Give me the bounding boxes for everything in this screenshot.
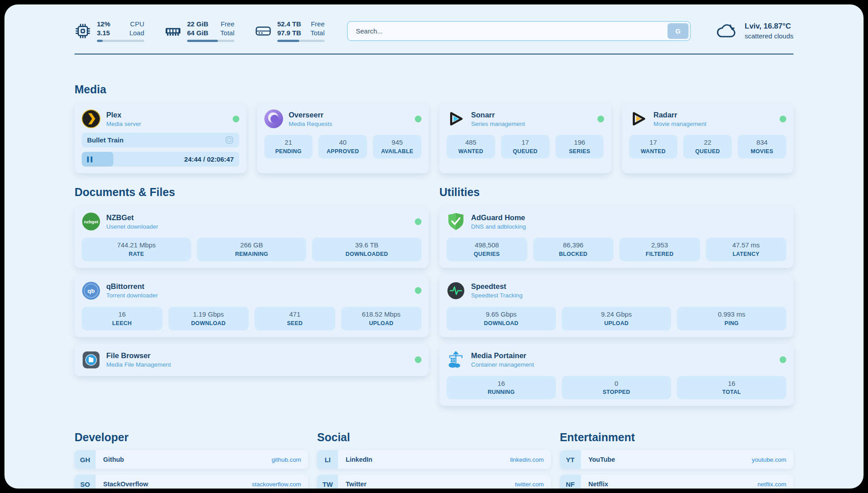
app-subtitle: Media server: [106, 121, 141, 127]
bookmark-name: Github: [103, 456, 124, 463]
bookmark-abbr: TW: [317, 475, 338, 489]
disk-widget: 52.4 TB 97.9 TB Free Total: [255, 20, 325, 42]
ram-icon: [165, 23, 181, 39]
stat-downloaded: 39.6 TB DOWNLOADED: [312, 238, 421, 261]
adguard-card[interactable]: AdGuard Home DNS and adblocking 498,508 …: [439, 206, 793, 268]
search-engine-button[interactable]: G: [668, 23, 689, 39]
status-dot: [415, 287, 421, 294]
developer-section-title: Developer: [75, 431, 308, 444]
portainer-card[interactable]: Media Portainer Container management 16 …: [439, 344, 793, 406]
status-dot: [415, 356, 421, 363]
disk-total-label: Total: [310, 29, 325, 38]
stat-upload: 618.52 Mbps UPLOAD: [341, 307, 422, 330]
documents-section-title: Documents & Files: [75, 186, 429, 199]
stat-queued: 17 QUEUED: [501, 135, 550, 159]
stat-wanted: 485 WANTED: [447, 135, 495, 159]
bookmark-name: LinkedIn: [346, 456, 372, 463]
weather-location-temp: Lviv, 16.87°C: [745, 22, 793, 31]
status-dot: [415, 116, 421, 122]
app-title: Overseerr: [289, 111, 333, 119]
social-section-title: Social: [317, 431, 551, 444]
bookmark-name: Netflix: [588, 480, 608, 488]
nzbget-icon: nzbget: [82, 212, 100, 231]
utilities-section: Utilities AdGuard Home DNS and adblockin…: [439, 186, 793, 406]
bookmark-twitter[interactable]: TW Twitter twitter.com: [317, 475, 551, 489]
overseerr-icon: [264, 109, 283, 128]
svg-text:qb: qb: [88, 288, 95, 294]
disk-icon: [255, 23, 271, 39]
sonarr-icon: [447, 109, 465, 128]
bookmark-url: youtube.com: [752, 456, 786, 463]
svg-text:nzbget: nzbget: [84, 219, 99, 224]
cpu-progress-bar: [97, 40, 144, 42]
entertainment-section-title: Entertainment: [560, 431, 793, 444]
disk-progress-bar: [277, 40, 325, 42]
stat-leech: 16 LEECH: [82, 307, 163, 330]
bookmark-url: linkedin.com: [510, 456, 544, 463]
media-section: Media Plex Media server: [75, 83, 793, 173]
speedtest-card[interactable]: Speedtest Speedtest Tracking 9.65 Gbps D…: [439, 275, 793, 337]
developer-section: Developer GH Github github.com SO StackO…: [75, 431, 308, 489]
bookmark-stackoverflow[interactable]: SO StackOverflow stackoverflow.com: [75, 475, 308, 489]
stat-pending: 21 PENDING: [264, 135, 313, 159]
stat-movies: 834 MOVIES: [738, 135, 786, 159]
stat-available: 945 AVAILABLE: [373, 135, 421, 159]
plex-card[interactable]: Plex Media server Bullet Train: [75, 103, 246, 173]
now-playing-title: Bullet Train: [87, 136, 124, 144]
app-subtitle: Container management: [471, 361, 534, 368]
session-camera-icon: [225, 135, 234, 145]
stat-filtered: 2,953 FILTERED: [619, 238, 700, 261]
app-title: NZBGet: [106, 213, 158, 222]
bookmark-abbr: YT: [560, 450, 581, 469]
cpu-load-label: Load: [129, 29, 144, 38]
app-subtitle: Usenet downloader: [106, 223, 158, 230]
bookmark-netflix[interactable]: NF Netflix netflix.com: [560, 475, 793, 489]
stat-ping: 0.993 ms PING: [677, 307, 786, 330]
stat-upload: 9.24 Gbps UPLOAD: [562, 307, 671, 330]
bookmark-linkedin[interactable]: LI LinkedIn linkedin.com: [317, 450, 551, 469]
cpu-widget: 12% 3.15 CPU Load: [75, 20, 144, 42]
bookmark-name: YouTube: [588, 456, 615, 463]
stat-wanted: 17 WANTED: [629, 135, 678, 159]
app-title: qBittorrent: [106, 282, 158, 291]
topbar-divider: [75, 54, 793, 54]
stat-approved: 40 APPROVED: [318, 135, 367, 159]
stat-download: 9.65 Gbps DOWNLOAD: [447, 307, 556, 330]
app-subtitle: DNS and adblocking: [471, 223, 526, 230]
bookmark-name: StackOverflow: [103, 480, 148, 488]
status-dot: [415, 218, 421, 225]
bookmark-url: twitter.com: [515, 481, 544, 488]
status-dot: [233, 116, 239, 122]
bookmark-abbr: SO: [75, 475, 96, 489]
cpu-load-value: 3.15: [97, 29, 110, 38]
plex-icon: [82, 109, 100, 128]
app-subtitle: Series management: [471, 121, 525, 127]
stat-rate: 744.21 Mbps RATE: [82, 238, 191, 261]
bookmark-name: Twitter: [346, 480, 366, 488]
stat-stopped: 0 STOPPED: [562, 376, 671, 400]
playback-progress-row: 24:44 / 02:06:47: [82, 152, 239, 167]
dashboard-page: 12% 3.15 CPU Load: [4, 4, 864, 489]
bookmark-abbr: GH: [75, 450, 96, 469]
disk-free-label: Free: [310, 20, 325, 29]
radarr-card[interactable]: Radarr Movie management 17 WANTED 22 QUE…: [622, 103, 794, 173]
overseerr-card[interactable]: Overseerr Media Requests 21 PENDING 40 A…: [257, 103, 429, 173]
weather-condition: scattered clouds: [745, 32, 793, 40]
qbittorrent-card[interactable]: qb qBittorrent Torrent downloader 16 LEE…: [75, 275, 429, 337]
documents-section: Documents & Files nzbget NZBGet Usenet d…: [75, 186, 429, 376]
entertainment-section: Entertainment YT YouTube youtube.com NF …: [560, 431, 793, 489]
search-input[interactable]: [347, 21, 691, 41]
bookmark-youtube[interactable]: YT YouTube youtube.com: [560, 450, 793, 469]
stat-queries: 498,508 QUERIES: [447, 238, 527, 261]
sonarr-card[interactable]: Sonarr Series management 485 WANTED 17 Q…: [439, 103, 611, 173]
filebrowser-card[interactable]: File Browser Media File Management: [75, 344, 429, 376]
playback-time: 24:44 / 02:06:47: [184, 155, 234, 163]
app-subtitle: Media File Management: [106, 361, 171, 368]
bookmark-github[interactable]: GH Github github.com: [75, 450, 308, 469]
ram-free-value: 22 GiB: [187, 20, 209, 29]
nzbget-card[interactable]: nzbget NZBGet Usenet downloader 744.21 M…: [75, 206, 429, 268]
stat-running: 16 RUNNING: [447, 376, 556, 400]
social-section: Social LI LinkedIn linkedin.com TW Twitt…: [317, 431, 551, 489]
cpu-label: CPU: [129, 20, 144, 29]
app-title: AdGuard Home: [471, 213, 526, 222]
